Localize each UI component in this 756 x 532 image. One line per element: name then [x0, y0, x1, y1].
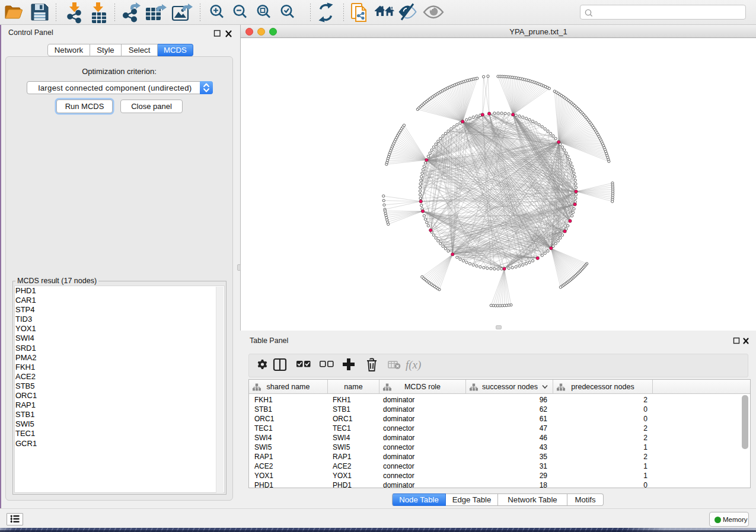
- svg-text:f(x): f(x): [406, 358, 421, 371]
